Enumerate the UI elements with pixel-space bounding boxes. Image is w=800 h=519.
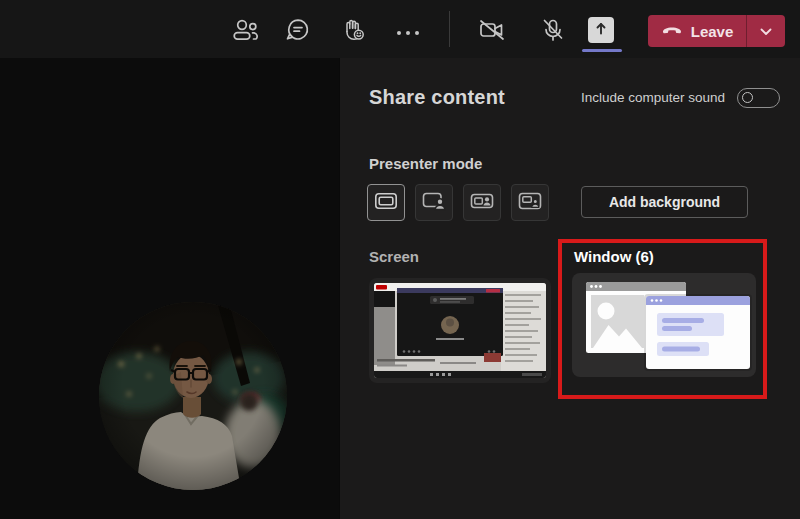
share-content-panel: Share content Include computer sound Pre… (339, 58, 800, 519)
presenter-mode-label: Presenter mode (369, 155, 482, 172)
meeting-stage (0, 58, 339, 519)
leave-button[interactable]: Leave (648, 15, 746, 47)
chat-icon (284, 17, 312, 47)
share-content-button[interactable] (588, 17, 614, 43)
leave-split-button: Leave (648, 15, 785, 47)
reactions-icon (339, 17, 367, 47)
window-section-highlight: Window (6) (558, 239, 767, 399)
content-only-icon (374, 190, 398, 216)
panel-title: Share content (369, 86, 505, 109)
share-screen-icon (593, 20, 609, 40)
screen-share-thumbnail[interactable] (369, 278, 551, 383)
more-options-button[interactable] (392, 16, 424, 48)
chevron-down-icon (760, 22, 772, 40)
presenter-mode-standout[interactable] (415, 184, 453, 221)
participant-avatar (99, 302, 287, 490)
hangup-icon (661, 22, 683, 40)
camera-off-icon (477, 18, 507, 46)
camera-toggle-button[interactable] (476, 16, 508, 48)
mic-toggle-button[interactable] (537, 16, 569, 48)
participants-button[interactable] (229, 16, 261, 48)
participants-icon (231, 18, 259, 46)
window-share-thumbnail[interactable] (572, 273, 756, 377)
screen-section-label: Screen (369, 248, 419, 265)
presenter-mode-reporter[interactable] (511, 184, 549, 221)
computer-sound-label: Include computer sound (581, 90, 725, 105)
window-section-label: Window (6) (574, 248, 763, 265)
panel-header: Share content Include computer sound (369, 86, 780, 109)
presenter-mode-options (367, 184, 549, 221)
more-icon (395, 23, 421, 41)
computer-sound-toggle[interactable] (737, 88, 780, 108)
presenter-mode-side-by-side[interactable] (463, 184, 501, 221)
computer-sound-group: Include computer sound (581, 88, 780, 108)
toggle-knob (742, 92, 753, 103)
chat-button[interactable] (282, 16, 314, 48)
add-background-button[interactable]: Add background (581, 186, 748, 218)
side-by-side-icon (470, 190, 494, 216)
teams-meeting-window: Leave (0, 0, 800, 519)
leave-options-button[interactable] (747, 15, 785, 47)
reactions-button[interactable] (337, 16, 369, 48)
presenter-mode-content-only[interactable] (367, 184, 405, 221)
meeting-toolbar: Leave (0, 0, 800, 58)
standout-icon (422, 190, 446, 216)
reporter-icon (518, 190, 542, 216)
leave-button-label: Leave (691, 23, 734, 40)
mic-off-icon (540, 17, 566, 47)
share-active-indicator (582, 49, 622, 52)
toolbar-divider (449, 11, 450, 47)
